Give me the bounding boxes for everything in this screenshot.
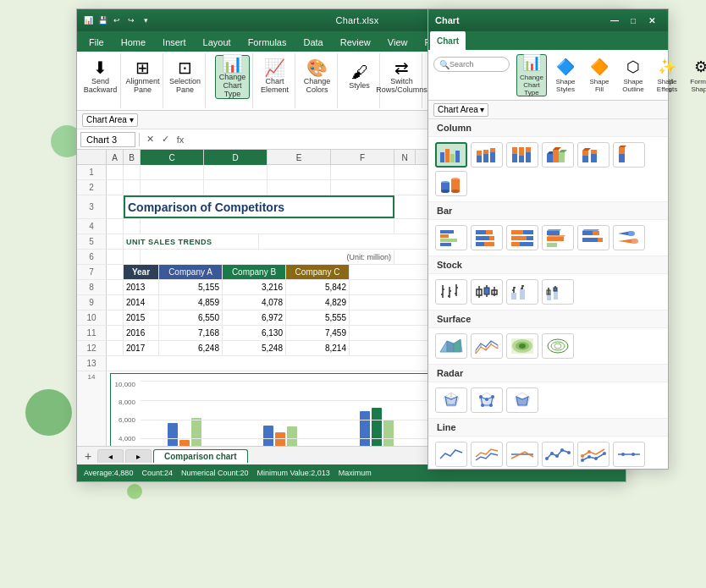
cell-1d[interactable] bbox=[204, 165, 268, 179]
chart-type-line[interactable] bbox=[435, 442, 467, 467]
cell-12a[interactable] bbox=[107, 341, 124, 355]
chart-type-radar-filled[interactable] bbox=[506, 387, 538, 413]
tab-data[interactable]: Data bbox=[295, 33, 331, 52]
panel-close-button[interactable]: ✕ bbox=[643, 13, 661, 28]
cell-7a[interactable] bbox=[107, 265, 124, 279]
cell-8-a[interactable]: 5,155 bbox=[159, 280, 223, 294]
styles-button[interactable]: 🖌 Styles bbox=[343, 55, 377, 99]
cell-1b[interactable] bbox=[124, 165, 141, 179]
chart-type-surface-contour[interactable] bbox=[506, 333, 538, 359]
chart-type-bar-stacked[interactable] bbox=[471, 225, 503, 250]
cell-2e[interactable] bbox=[268, 180, 331, 195]
chart-type-stock-4[interactable] bbox=[542, 279, 574, 305]
sheet-tab-comparison[interactable]: Comparison chart bbox=[153, 449, 248, 463]
cell-section-label[interactable]: UNIT SALES TRENDS bbox=[124, 234, 259, 249]
cell-11-a[interactable]: 7,168 bbox=[159, 326, 223, 340]
cell-8a[interactable] bbox=[107, 280, 124, 294]
cell-8-c[interactable]: 5,842 bbox=[286, 280, 350, 294]
cell-10a[interactable] bbox=[107, 310, 124, 325]
cell-2a[interactable] bbox=[107, 180, 124, 195]
cell-4b[interactable] bbox=[124, 219, 141, 234]
chart-type-line-100[interactable] bbox=[506, 442, 538, 467]
chart-type-column-clustered[interactable] bbox=[435, 142, 467, 168]
chart-type-column-3d-100[interactable] bbox=[613, 142, 645, 168]
cell-1c[interactable] bbox=[141, 165, 204, 179]
cell-10-c[interactable]: 5,555 bbox=[286, 310, 350, 325]
chart-type-line-markers[interactable] bbox=[542, 442, 574, 467]
tab-formulas[interactable]: Formulas bbox=[240, 33, 295, 52]
chart-type-stock-3[interactable] bbox=[506, 279, 538, 305]
cell-11-c[interactable]: 7,459 bbox=[286, 326, 350, 340]
cell-header-company-a[interactable]: Company A bbox=[159, 265, 223, 279]
chart-type-column-cyl[interactable] bbox=[435, 171, 467, 196]
panel-shape-styles-button[interactable]: 🔷 ShapeStyles bbox=[550, 54, 581, 96]
more-icon[interactable]: ▾ bbox=[140, 14, 152, 26]
panel-maximize-button[interactable]: □ bbox=[624, 13, 643, 28]
cell-9-c[interactable]: 4,829 bbox=[286, 295, 350, 310]
cell-4a[interactable] bbox=[107, 219, 124, 234]
cell-title[interactable]: Comparison of Competitors bbox=[124, 195, 394, 218]
chart-type-surface-wireframe[interactable] bbox=[471, 333, 503, 359]
panel-change-chart-type-button[interactable]: 📊 ChangeChart Type bbox=[516, 54, 547, 96]
chart-type-bar-100[interactable] bbox=[506, 225, 538, 250]
panel-minimize-button[interactable]: — bbox=[605, 13, 624, 28]
cell-9-a[interactable]: 4,859 bbox=[159, 295, 223, 310]
cell-1a[interactable] bbox=[107, 165, 124, 179]
cell-header-company-c[interactable]: Company C bbox=[286, 265, 350, 279]
panel-shape-fill-button[interactable]: 🔶 ShapeFill bbox=[584, 54, 615, 96]
cell-8-b[interactable]: 3,216 bbox=[223, 280, 286, 294]
cell-9a[interactable] bbox=[107, 295, 124, 310]
sheet-tab-nav-left[interactable]: ◂ bbox=[97, 449, 124, 463]
cell-12-a[interactable]: 6,248 bbox=[159, 341, 223, 355]
chart-type-column-3d[interactable] bbox=[542, 142, 574, 168]
chart-type-stock-1[interactable] bbox=[435, 279, 467, 305]
tab-file[interactable]: File bbox=[80, 33, 113, 52]
chart-type-bar-cone[interactable] bbox=[613, 225, 645, 250]
cell-8-year[interactable]: 2013 bbox=[124, 280, 159, 294]
formula-cancel-icon[interactable]: ✕ bbox=[143, 133, 157, 146]
formula-confirm-icon[interactable]: ✓ bbox=[158, 133, 172, 146]
sheet-tab-nav-right[interactable]: ▸ bbox=[125, 449, 152, 463]
change-chart-type-button[interactable]: 📊 Change Chart Type bbox=[215, 55, 251, 99]
change-colors-button[interactable]: 🎨 ChangeColors bbox=[301, 55, 334, 99]
cell-2d[interactable] bbox=[204, 180, 268, 195]
switch-rows-button[interactable]: ⇄ Switch Rows/Columns bbox=[372, 55, 431, 99]
panel-tab-chart[interactable]: Chart bbox=[430, 31, 466, 50]
cell-13[interactable] bbox=[107, 356, 428, 371]
cell-5a[interactable] bbox=[107, 234, 124, 249]
tab-review[interactable]: Review bbox=[332, 33, 379, 52]
cell-header-year[interactable]: Year bbox=[124, 265, 159, 279]
panel-search-box[interactable]: 🔍 bbox=[433, 57, 510, 72]
cell-6a[interactable] bbox=[107, 250, 124, 264]
sheet-tab-add-button[interactable]: + bbox=[80, 448, 96, 464]
panel-chart-area-dropdown[interactable]: Chart Area ▾ bbox=[433, 103, 488, 117]
chart-type-radar-markers[interactable] bbox=[471, 387, 503, 413]
cell-2c[interactable] bbox=[141, 180, 204, 195]
chart-type-surface-3d[interactable] bbox=[435, 333, 467, 359]
tab-home[interactable]: Home bbox=[113, 33, 154, 52]
save-icon[interactable]: 💾 bbox=[97, 14, 108, 26]
cell-11-year[interactable]: 2016 bbox=[124, 326, 159, 340]
chart-type-stock-2[interactable] bbox=[471, 279, 503, 305]
chart-type-surface-wireframe-contour[interactable] bbox=[542, 333, 574, 359]
undo-icon[interactable]: ↩ bbox=[111, 14, 123, 26]
cell-4c[interactable] bbox=[141, 219, 394, 234]
selection-button[interactable]: ⊡ SelectionPane bbox=[166, 55, 204, 99]
panel-search-input[interactable] bbox=[450, 60, 505, 69]
cell-header-company-b[interactable]: Company B bbox=[223, 265, 286, 279]
cell-3a[interactable] bbox=[107, 195, 124, 218]
chart-type-line-stacked[interactable] bbox=[471, 442, 503, 467]
redo-icon[interactable]: ↪ bbox=[125, 14, 137, 26]
cell-1f[interactable] bbox=[331, 165, 394, 179]
cell-9-b[interactable]: 4,078 bbox=[223, 295, 286, 310]
chart-element-button[interactable]: 📈 Chart Element bbox=[257, 55, 292, 99]
chart-type-column-3d-stacked[interactable] bbox=[577, 142, 609, 168]
cell-12-c[interactable]: 8,214 bbox=[286, 341, 350, 355]
cell-12-b[interactable]: 5,248 bbox=[223, 341, 286, 355]
send-backward-button[interactable]: ⬇ SendBackward bbox=[80, 55, 121, 99]
tab-insert[interactable]: Insert bbox=[154, 33, 195, 52]
tab-view[interactable]: View bbox=[379, 33, 416, 52]
cell-11-b[interactable]: 6,130 bbox=[223, 326, 286, 340]
cell-2b[interactable] bbox=[124, 180, 141, 195]
chart-type-radar[interactable] bbox=[435, 387, 467, 413]
